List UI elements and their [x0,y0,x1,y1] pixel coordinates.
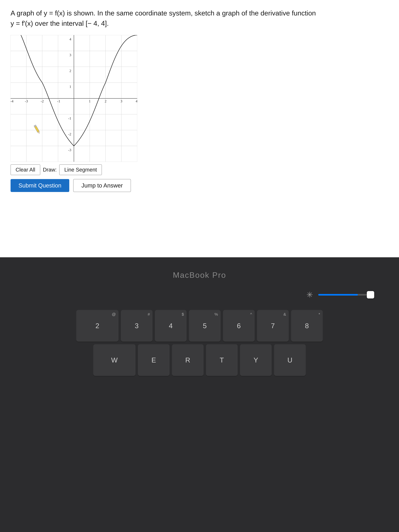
key-w-main: W [111,356,118,364]
key-6-sub: ^ [250,312,252,317]
key-3-sub: # [148,312,150,317]
brightness-slider-track[interactable] [318,294,371,296]
svg-text:-2: -2 [68,132,71,136]
svg-text:3: 3 [120,99,122,103]
key-u[interactable]: U [274,344,306,376]
svg-text:1: 1 [70,85,71,89]
svg-text:2: 2 [105,99,107,103]
graph-container: .grid { stroke: #ccc; stroke-width: 1.5;… [11,35,388,192]
pencil-icon [34,125,40,134]
svg-text:-3: -3 [68,148,71,152]
action-buttons: Submit Question Jump to Answer [11,179,131,192]
macbook-keyboard-area: MacBook Pro ✳ @ 2 # 3 $ 4 % 5 [0,257,399,532]
svg-text:-1: -1 [68,116,71,120]
key-2[interactable]: @ 2 [76,310,119,342]
svg-text:3: 3 [70,53,71,57]
key-y-main: Y [253,356,258,364]
key-2-main: 2 [95,322,99,330]
key-w[interactable]: W [93,344,135,376]
key-r[interactable]: R [172,344,204,376]
key-3-main: 3 [135,322,139,330]
svg-text:-3: -3 [25,99,28,103]
key-y[interactable]: Y [240,344,272,376]
submit-question-button[interactable]: Submit Question [11,179,69,192]
keyboard: @ 2 # 3 $ 4 % 5 ^ 6 & 7 [15,310,384,376]
graph-controls: Clear All Draw: Line Segment [11,165,102,175]
number-key-row: @ 2 # 3 $ 4 % 5 ^ 6 & 7 [15,310,384,342]
key-7-main: 7 [271,322,275,330]
svg-text:-4: -4 [11,99,13,103]
key-5-sub: % [214,312,218,317]
svg-text:-2: -2 [41,99,44,103]
brightness-slider-fill [318,294,358,296]
content-area: A graph of y = f(x) is shown. In the sam… [0,0,399,257]
key-8[interactable]: * 8 [291,310,323,342]
macbook-label: MacBook Pro [173,271,226,280]
svg-text:-1: -1 [57,99,60,103]
key-e[interactable]: E [138,344,170,376]
key-4-sub: $ [182,312,184,317]
graph-canvas[interactable]: .grid { stroke: #ccc; stroke-width: 1.5;… [11,35,137,162]
draw-label: Draw: [43,167,57,173]
question-line2: y = f′(x) over the interval [− 4, 4]. [11,19,109,27]
key-8-sub: * [318,312,320,317]
key-t-main: T [220,356,224,364]
key-4[interactable]: $ 4 [155,310,187,342]
key-e-main: E [152,356,156,364]
brightness-icon: ✳ [306,290,313,299]
key-7-sub: & [283,312,286,317]
qwerty-key-row: W E R T Y U [15,344,384,376]
clear-all-button[interactable]: Clear All [11,165,40,175]
key-5[interactable]: % 5 [189,310,221,342]
question-line1: A graph of y = f(x) is shown. In the sam… [11,9,316,17]
key-5-main: 5 [203,322,207,330]
svg-text:4: 4 [136,99,137,103]
key-6-main: 6 [237,322,241,330]
key-7[interactable]: & 7 [257,310,289,342]
jump-to-answer-button[interactable]: Jump to Answer [73,179,131,192]
key-t[interactable]: T [206,344,238,376]
key-6[interactable]: ^ 6 [223,310,255,342]
question-text: A graph of y = f(x) is shown. In the sam… [11,8,354,29]
svg-text:2: 2 [70,69,71,73]
svg-text:1: 1 [89,99,91,103]
key-8-main: 8 [305,322,309,330]
brightness-slider-thumb[interactable] [367,291,374,298]
svg-text:4: 4 [70,37,71,41]
key-2-sub: @ [112,312,116,317]
brightness-row: ✳ [15,290,384,299]
key-r-main: R [185,356,190,364]
key-u-main: U [287,356,292,364]
key-3[interactable]: # 3 [121,310,152,342]
key-4-main: 4 [169,322,173,330]
graph-svg[interactable]: .grid { stroke: #ccc; stroke-width: 1.5;… [11,35,137,162]
line-segment-button[interactable]: Line Segment [59,165,102,175]
